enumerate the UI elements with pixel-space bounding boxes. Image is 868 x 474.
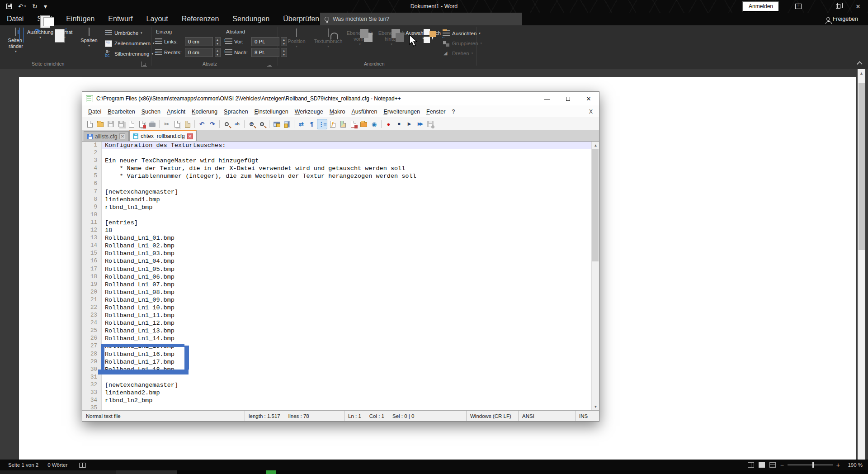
line-text[interactable]: Rollband_Ln1_04.bmp [102,257,599,265]
eol-format[interactable]: Windows (CR LF) [470,413,511,419]
spinner-arrows[interactable]: ▲▼ [215,48,221,57]
line-text[interactable]: Konfiguration des Texturtausches: [102,142,599,149]
editor-line[interactable]: 33 linienband2.bmp [82,389,599,397]
line-text[interactable]: Rollband_Ln1_05.bmp [102,265,599,273]
editor-line[interactable]: 18 Rollband_Ln1_06.bmp [82,273,599,281]
zoom-percent[interactable]: 190 % [844,462,863,468]
scrollbar-thumb[interactable] [592,149,599,261]
line-number[interactable]: 20 [82,289,102,296]
redo-icon[interactable]: ↷ [208,119,217,129]
line-number[interactable]: 10 [82,211,102,219]
ribbon-small-button[interactable]: Drehen▾ [443,49,482,58]
word-wrap-icon[interactable]: ⇄ [297,119,306,129]
editor-line[interactable]: 3 Ein neuer TexChangeMaster wird hinzuge… [82,157,599,165]
editor-line[interactable]: 11 [entries] [82,219,599,227]
ribbon-big-button[interactable]: Position ▾ [282,28,311,60]
editor-line[interactable]: 28 Rollband_Ln1_16.bmp [82,351,599,358]
line-number[interactable]: 9 [82,204,102,211]
selection-info[interactable]: Sel : 0 | 0 [392,413,414,419]
line-number[interactable]: 29 [82,358,102,366]
line-number[interactable]: 16 [82,257,102,265]
menu-item[interactable]: Einstellungen [251,107,292,116]
word-count[interactable]: 0 Wörter [43,462,72,468]
line-number[interactable]: 4 [82,165,102,172]
document-map-icon[interactable] [338,119,348,129]
ribbon-small-button[interactable]: Ausrichten▾ [443,29,482,38]
line-number[interactable]: 3 [82,157,102,165]
document-tab[interactable]: ailists.cfg ✕ [84,131,129,141]
line-number[interactable]: 23 [82,312,102,319]
scroll-up-icon[interactable]: ▲ [858,69,865,77]
line-text[interactable]: Rollband_Ln1_10.bmp [102,304,599,312]
zoom-slider-thumb[interactable] [812,462,814,468]
line-text[interactable]: rlbnd_ln1_bmp [102,204,599,211]
insert-mode[interactable]: INS [579,413,588,419]
toolbar-icon[interactable] [193,119,196,129]
line-number[interactable]: 21 [82,296,102,304]
editor-line[interactable]: 32 [newtexchangemaster] [82,381,599,389]
ribbon-big-button[interactable]: Seiten-ränder ▾ [4,27,28,60]
print-icon[interactable] [147,119,157,129]
cursor-line[interactable]: Ln : 1 [348,413,361,419]
line-text[interactable] [102,404,599,410]
npp-doc-close-icon[interactable]: X [589,109,596,115]
editor-line[interactable]: 14 Rollband_Ln1_02.bmp [82,242,599,250]
share-button[interactable]: Freigeben [826,16,868,22]
editor-line[interactable]: 5 * Variablennummer (Integer), die zum W… [82,172,599,180]
vertical-scrollbar[interactable]: ▲ [858,69,865,460]
menu-item[interactable]: Sprachen [221,107,251,116]
spacing-input[interactable]: 8 Pt. [251,48,279,57]
restore-button[interactable] [828,0,848,13]
npp-maximize-button[interactable] [557,92,578,105]
replace-icon[interactable]: ab [232,119,242,129]
macro-play-icon[interactable]: ▶ [405,119,414,129]
menu-item[interactable]: Werkzeuge [292,107,326,116]
ribbon-tab[interactable]: Sendungen [226,13,276,25]
line-number[interactable]: 22 [82,304,102,312]
editor-line[interactable]: 1 Konfiguration des Texturtausches: [82,142,599,149]
line-number[interactable]: 14 [82,242,102,250]
close-file-icon[interactable] [127,119,136,129]
undo-icon[interactable]: ↶ [197,119,207,129]
line-number[interactable]: 32 [82,381,102,389]
scroll-down-icon[interactable]: ▼ [592,403,599,410]
function-list-icon[interactable]: ƒ [328,119,337,129]
print-layout-icon[interactable] [759,462,765,468]
save-file-icon[interactable] [106,119,115,129]
editor-line[interactable]: 25 Rollband_Ln1_13.bmp [82,327,599,335]
ribbon-big-button[interactable]: ↷ Ausrichtung ▾ [28,27,52,60]
menu-item[interactable]: Makro [326,107,349,116]
save-icon[interactable] [6,4,12,9]
new-file-icon[interactable] [85,119,94,129]
line-number[interactable]: 15 [82,250,102,257]
npp-vertical-scrollbar[interactable]: ▲ ▼ [591,142,599,410]
line-text[interactable]: Rollband_Ln1_01.bmp [102,234,599,242]
editor-line[interactable]: 19 Rollband_Ln1_07.bmp [82,281,599,289]
menu-item[interactable]: Ansicht [164,107,189,116]
menu-item[interactable]: Datei [85,107,104,116]
line-number[interactable]: 26 [82,335,102,342]
line-text[interactable]: [newtexchangemaster] [102,381,599,389]
macro-record-icon[interactable]: ● [384,119,393,129]
encoding[interactable]: ANSI [522,413,534,419]
open-file-icon[interactable] [95,119,105,129]
menu-item[interactable]: Bearbeiten [104,107,138,116]
proofing-icon[interactable] [79,463,86,468]
ribbon-tab[interactable]: Layout [140,13,175,25]
close-all-icon[interactable] [137,119,146,129]
scroll-up-icon[interactable]: ▲ [592,142,599,149]
editor-line[interactable]: 6 [82,180,599,188]
line-number[interactable]: 6 [82,180,102,188]
line-text[interactable]: Rollband_Ln1_16.bmp [102,351,599,358]
indent-input[interactable]: 0 cm [185,37,213,46]
ribbon-tab[interactable]: Referenzen [175,13,226,25]
line-number[interactable]: 35 [82,404,102,410]
line-text[interactable]: Rollband_Ln1_02.bmp [102,242,599,250]
editor-line[interactable]: 21 Rollband_Ln1_09.bmp [82,296,599,304]
editor-line[interactable]: 23 Rollband_Ln1_11.bmp [82,312,599,319]
line-text[interactable]: Rollband_Ln1_08.bmp [102,289,599,296]
undo-icon[interactable]: ↶▾ [18,3,26,10]
menu-item[interactable]: Kodierung [189,107,221,116]
line-text[interactable]: * Variablennummer (Integer), die zum Wec… [102,172,599,180]
editor-line[interactable]: 13 Rollband_Ln1_01.bmp [82,234,599,242]
